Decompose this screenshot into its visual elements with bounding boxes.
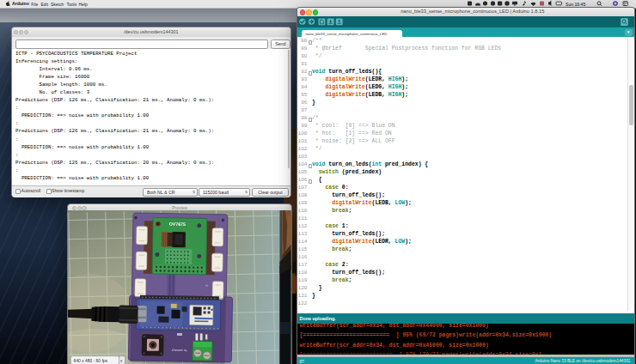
svg-text:SCL: SCL [140, 288, 144, 290]
svg-text:640 x 480 : 60 fps: 640 x 480 : 60 fps [74, 358, 108, 363]
svg-text:M3: M3 [140, 284, 144, 287]
svg-text:ARDUINO ML: ARDUINO ML [172, 349, 188, 352]
svg-text:OV7675: OV7675 [169, 221, 186, 227]
svg-text:M2: M2 [205, 285, 209, 288]
